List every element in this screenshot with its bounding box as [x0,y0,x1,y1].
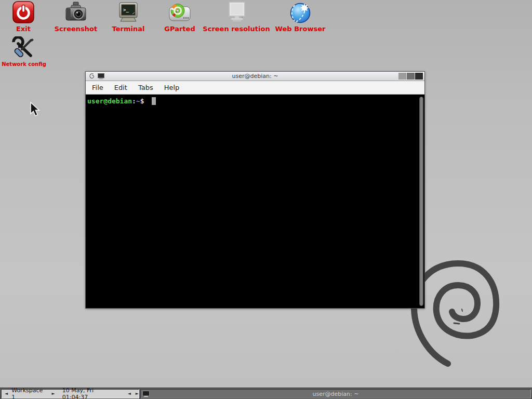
monitor-icon [202,1,271,25]
desktop-icon-exit[interactable]: Exit [0,1,47,33]
desktop-icon-label: Network config [0,60,49,68]
desktop-icon-terminal[interactable]: >_ Terminal [102,1,154,33]
prompt-cwd: ~ [136,97,140,105]
shell-prompt: user@debian:~$ [87,97,423,105]
window-titlebar[interactable]: user@debian: ~ [86,72,424,81]
svg-text:>_: >_ [123,7,129,12]
workspace-label[interactable]: Workspace 1 [11,387,48,399]
taskbar: ◄ Workspace 1 ► 10 May, Fri 01:04:37 ◄ ►… [0,388,532,399]
desktop-icon-network-config[interactable]: Network config [0,36,49,68]
close-button[interactable] [415,73,423,79]
menu-file[interactable]: File [92,84,103,91]
desktop-icon-label: Terminal [102,25,154,33]
workspace-prev-icon[interactable]: ◄ [5,390,8,398]
terminal-content[interactable]: user@debian:~$ [86,95,424,308]
pager-next-icon[interactable]: ► [136,390,139,398]
scrollbar-thumb[interactable] [419,97,423,306]
terminal-window: user@debian: ~ File Edit Tabs Help user@… [85,71,425,309]
workspace-next-icon[interactable]: ► [52,390,55,398]
prompt-user-host: user@debian [87,97,132,105]
mouse-pointer [30,102,41,119]
desktop-icon-web-browser[interactable]: Web Browser [272,1,328,33]
task-button-title: user@debian: ~ [141,391,530,397]
pager-prev-icon[interactable]: ◄ [128,390,131,398]
taskbar-inset-panel: ◄ Workspace 1 ► 10 May, Fri 01:04:37 ◄ ► [1,389,139,398]
taskbar-clock: 10 May, Fri 01:04:37 [62,387,121,399]
terminal-scrollbar[interactable] [419,96,424,307]
power-icon [0,1,47,25]
window-title: user@debian: ~ [86,73,424,79]
disk-partition-icon [154,1,206,25]
prompt-symbol: $ [140,97,149,105]
desktop-icon-screen-resolution[interactable]: Screen resolution [202,1,271,33]
menu-help[interactable]: Help [164,84,180,91]
menu-edit[interactable]: Edit [114,84,127,91]
desktop-icon-screenshot[interactable]: Screenshot [47,1,104,33]
desktop-icon-label: GParted [154,25,206,33]
menu-tabs[interactable]: Tabs [138,84,153,91]
terminal-cursor [152,97,156,105]
globe-icon [272,1,328,25]
maximize-button[interactable] [407,73,415,79]
tools-icon [0,36,49,60]
camera-icon [47,1,104,25]
task-button-terminal[interactable]: user@debian: ~ [140,389,531,398]
desktop-icon-label: Exit [0,25,47,33]
crt-terminal-icon: >_ [102,1,154,25]
menubar: File Edit Tabs Help [86,81,424,95]
desktop-icon-label: Web Browser [272,25,328,33]
minimize-button[interactable] [398,73,406,79]
desktop-icon-gparted[interactable]: GParted [154,1,206,33]
desktop-icon-label: Screen resolution [202,25,271,33]
prompt-colon: : [132,97,136,105]
desktop-icon-label: Screenshot [47,25,104,33]
